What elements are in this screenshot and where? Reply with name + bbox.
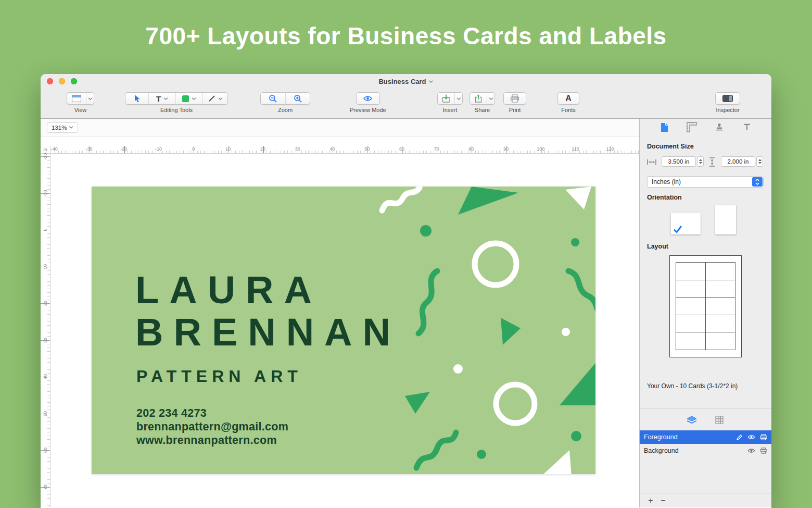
layers-footer: + −: [640, 493, 771, 507]
eye-icon: [363, 95, 372, 102]
layout-preview: [669, 255, 742, 357]
ruler-number: -10: [155, 146, 162, 152]
layers-panel-tabs: [640, 411, 771, 429]
card-name-line1: LAURA: [135, 269, 401, 311]
height-stepper[interactable]: [756, 156, 763, 167]
ruler-number: -40: [51, 146, 58, 152]
width-stepper[interactable]: [697, 156, 704, 167]
layer-row-background[interactable]: Background: [640, 444, 771, 457]
fonts-icon: A: [565, 94, 572, 103]
tab-appearance[interactable]: [714, 121, 725, 133]
layers-tab[interactable]: [686, 414, 697, 426]
tab-rulers[interactable]: [686, 121, 697, 133]
inspector-panel: Document Size 3.500 in 2.000 in Inches (…: [639, 119, 771, 507]
insert-button[interactable]: [438, 93, 454, 104]
units-dropdown[interactable]: Inches (in): [647, 176, 764, 188]
ruler-number: -20: [120, 146, 127, 152]
share-button[interactable]: [470, 93, 487, 104]
width-input[interactable]: 3.500 in: [662, 156, 696, 167]
layer-printable-icon[interactable]: [760, 448, 767, 454]
ruler-number: 50: [43, 409, 48, 418]
zoom-in-button[interactable]: [285, 93, 310, 104]
ruler-number: 40: [329, 146, 335, 152]
zoom-out-button[interactable]: [261, 93, 285, 104]
zoom-button-row: [260, 92, 310, 105]
card-name-text[interactable]: LAURA BRENNAN: [135, 269, 401, 353]
zoom-group: Zoom: [260, 92, 310, 113]
document-size-label: Document Size: [647, 143, 694, 150]
text-tool-button[interactable]: T: [148, 93, 175, 104]
vertical-ruler: -20-10010203040506070: [41, 154, 50, 507]
view-menu-chevron[interactable]: [86, 93, 94, 104]
layer-row-foreground[interactable]: Foreground: [640, 430, 771, 444]
zoom-label: Zoom: [278, 107, 293, 113]
fonts-button-row: A: [557, 92, 579, 105]
share-menu-chevron[interactable]: [487, 93, 494, 104]
ruler-number: 20: [260, 146, 265, 152]
sidebar-divider: [640, 408, 771, 409]
shape-tool-button[interactable]: [175, 93, 202, 104]
fonts-button[interactable]: A: [558, 93, 579, 104]
insert-icon: [442, 94, 450, 103]
ruler-number: 70: [43, 482, 48, 491]
window-titlebar: Business Card: [41, 74, 771, 89]
inspector-button[interactable]: [716, 93, 740, 104]
business-card[interactable]: LAURA BRENNAN PATTERN ART 202 234 4273 b…: [92, 187, 595, 474]
print-label: Print: [509, 107, 521, 113]
card-email: brennanpattern@gmail.com: [136, 420, 288, 433]
line-tool-icon: [208, 95, 215, 102]
card-contact-text[interactable]: 202 234 4273 brennanpattern@gmail.com ww…: [136, 406, 288, 447]
ruler-number: 90: [503, 146, 509, 152]
ruler-number: 20: [43, 299, 48, 308]
print-button-row: [503, 92, 526, 105]
ruler-number: -10: [43, 189, 48, 197]
fonts-group: A Fonts: [557, 92, 579, 113]
add-layer-button[interactable]: +: [645, 497, 656, 505]
zoom-strip: 131%: [41, 119, 639, 137]
ruler-number: 60: [43, 446, 48, 455]
chevron-down-icon: [163, 97, 168, 100]
tab-text[interactable]: [741, 121, 753, 133]
preview-mode-button[interactable]: [357, 93, 379, 104]
fullscreen-button[interactable]: [71, 78, 77, 84]
grid-tab[interactable]: [714, 414, 725, 426]
chevron-down-icon: [489, 97, 493, 100]
share-icon: [474, 94, 483, 103]
layer-printable-icon[interactable]: [760, 434, 767, 440]
tab-document[interactable]: [658, 121, 670, 133]
ruler-number: -30: [86, 146, 93, 152]
printer-icon: [510, 94, 519, 103]
document-tab-icon: [661, 122, 668, 132]
inspector-tabs: [640, 119, 771, 135]
minimize-button[interactable]: [59, 78, 65, 84]
zoom-out-icon: [269, 94, 277, 103]
close-button[interactable]: [47, 78, 53, 84]
orientation-portrait-option[interactable]: [715, 205, 736, 234]
layer-visibility-icon[interactable]: [747, 448, 755, 453]
layers-icon: [687, 416, 697, 424]
chevron-down-icon: [69, 126, 73, 129]
layout-preview-grid: [676, 262, 735, 350]
card-subtitle-text[interactable]: PATTERN ART: [136, 367, 302, 386]
zoom-level-dropdown[interactable]: 131%: [47, 122, 78, 133]
popup-chevrons-icon: [752, 177, 763, 187]
toolbar: View T: [41, 89, 771, 119]
document-title-menu[interactable]: Business Card: [378, 74, 433, 89]
layer-name: Foreground: [644, 433, 678, 441]
insert-button-row: [437, 92, 463, 105]
insert-menu-chevron[interactable]: [454, 93, 462, 104]
fonts-label: Fonts: [561, 107, 576, 113]
layer-visibility-icon[interactable]: [747, 435, 755, 440]
select-tool-button[interactable]: [125, 93, 148, 104]
horizontal-ruler: -40-30-20-100102030405060708090100110120: [50, 146, 639, 154]
height-input[interactable]: 2.000 in: [721, 156, 755, 167]
print-group: Print: [503, 92, 526, 113]
line-tool-button[interactable]: [202, 93, 227, 104]
edit-layer-icon[interactable]: [736, 434, 743, 441]
print-button[interactable]: [504, 93, 526, 104]
layout-cell: [705, 262, 735, 280]
view-button[interactable]: [67, 93, 86, 104]
design-canvas[interactable]: in -40-30-20-100102030405060708090100110…: [41, 137, 639, 507]
layout-cell: [676, 315, 705, 332]
remove-layer-button[interactable]: −: [657, 497, 669, 505]
